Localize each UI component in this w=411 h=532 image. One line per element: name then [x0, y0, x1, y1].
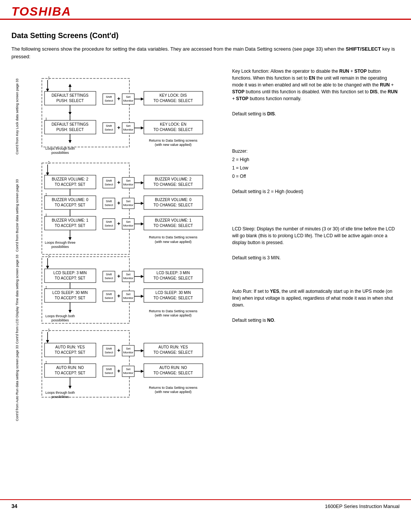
- set-lcd-1[interactable]: Set: [126, 273, 131, 276]
- shift-btn-1[interactable]: Shift: [106, 95, 112, 99]
- monitor-lcd-1[interactable]: Monitor: [123, 276, 134, 280]
- page-footer: 34 1600EP Series Instruction Manual: [0, 499, 411, 512]
- buz-vol-0-1: BUZZER VOLUME: 0: [52, 198, 89, 202]
- select-btn-2[interactable]: Select: [105, 128, 113, 131]
- lcd-r-30-1: LCD SLEEP: 30 MIN: [156, 291, 191, 295]
- select-lcd-1[interactable]: Select: [105, 276, 113, 280]
- shift-lcd-2[interactable]: Shift: [106, 292, 112, 296]
- svg-marker-72: [68, 386, 72, 389]
- flow-diagrams-svg: Cont'd from Key Lock data setting screen…: [11, 68, 213, 479]
- select-lcd-2[interactable]: Select: [105, 296, 113, 300]
- monitor-btn-1[interactable]: Monitor: [123, 99, 134, 102]
- box-default-2: DEFAULT SETTINGS: [52, 122, 89, 126]
- svg-marker-7: [68, 84, 72, 87]
- monitor-buz-1[interactable]: Monitor: [123, 183, 134, 186]
- loops-lcd-b: possibilities: [51, 318, 69, 322]
- side-label-buzzer: Cont'd from Buzzer data setting screen p…: [15, 179, 19, 252]
- monitor-btn-2[interactable]: Monitor: [123, 128, 134, 131]
- select-btn-1[interactable]: Select: [105, 99, 113, 102]
- svg-marker-76: [141, 349, 144, 352]
- lcd-30-2: TO ACCEPT: SET: [55, 296, 85, 300]
- updown-ar-top: ↕: [48, 327, 50, 332]
- shift-buz-1[interactable]: Shift: [106, 179, 112, 182]
- ar-yes-1: AUTO RUN: YES: [55, 345, 85, 349]
- shift-ar-2[interactable]: Shift: [106, 367, 112, 371]
- svg-marker-58: [141, 275, 144, 278]
- manual-title: 1600EP Series Instruction Manual: [325, 503, 400, 509]
- page-number: 34: [11, 503, 18, 509]
- buz-vol-1-1: BUZZER VOLUME: 1: [52, 218, 89, 222]
- plus-ar-1: +: [117, 347, 120, 353]
- right-notes: Key Lock function: Allows the operator t…: [225, 68, 400, 480]
- set-lcd-2[interactable]: Set: [126, 292, 131, 296]
- ar-r-yes-1: AUTO RUN: YES: [158, 345, 188, 349]
- box-default-1-2: PUSH: SELECT: [56, 99, 84, 103]
- side-label-keylock: Cont'd from Key Lock data setting screen…: [15, 78, 19, 154]
- shift-btn-2[interactable]: Shift: [106, 124, 112, 128]
- set-ar-2[interactable]: Set: [126, 367, 131, 371]
- note-lcd-text: LCD Sleep: Displays the number of minute…: [232, 225, 400, 246]
- shift-ar-1[interactable]: Shift: [106, 347, 112, 350]
- note-key-lock-text: Key Lock function: Allows the operator t…: [232, 68, 400, 102]
- shift-lcd-1[interactable]: Shift: [106, 273, 112, 276]
- svg-marker-16: [68, 140, 72, 143]
- svg-marker-63: [141, 295, 144, 298]
- svg-marker-31: [68, 237, 72, 240]
- select-ar-1[interactable]: Select: [105, 351, 113, 354]
- diagram-area: Cont'd from Key Lock data setting screen…: [11, 68, 400, 480]
- svg-marker-81: [141, 370, 144, 373]
- loops-buz: Loops through three: [45, 241, 76, 244]
- monitor-lcd-2[interactable]: Monitor: [123, 296, 134, 300]
- note-buzzer: Buzzer: 2 = High 1 = Low 0 = Off Default…: [232, 148, 400, 195]
- lcd-30-1: LCD SLEEP: 30 MIN: [53, 291, 88, 295]
- monitor-buz-2[interactable]: Monitor: [123, 203, 134, 207]
- buz-vol-r-2-2: TO CHANGE: SELECT: [153, 182, 193, 187]
- ar-r-no-2: TO CHANGE: SELECT: [153, 371, 193, 375]
- buzzer-header: Buzzer:: [232, 148, 400, 155]
- select-ar-2[interactable]: Select: [105, 371, 113, 375]
- svg-marker-40: [141, 202, 144, 205]
- buz-vol-r-0-2: TO CHANGE: SELECT: [153, 203, 193, 207]
- ar-no-1: AUTO RUN: NO: [56, 366, 84, 370]
- monitor-ar-2[interactable]: Monitor: [123, 371, 134, 375]
- key-lock-dis-1: KEY LOCK: DIS: [159, 93, 187, 97]
- monitor-buz-3[interactable]: Monitor: [123, 224, 134, 227]
- svg-marker-35: [141, 181, 144, 184]
- lcd-r-3-1: LCD SLEEP: 3 MIN: [156, 271, 190, 275]
- box-default-2-2: PUSH: SELECT: [56, 128, 84, 132]
- loops-ar-b: possibilities: [51, 395, 69, 399]
- toshiba-logo: TOSHIBA: [11, 5, 71, 19]
- updown-lcd-top: ↕: [48, 253, 50, 259]
- side-label-lcd: Cont'd from LCD Display Time data settin…: [15, 255, 19, 344]
- updown-arrow-1: ↕: [48, 75, 50, 80]
- buz-vol-2-1: BUZZER VOLUME: 2: [52, 177, 89, 181]
- returns-label-4: Returns to Data Setting screens: [149, 386, 198, 390]
- page-content: Data Setting Screens (Cont'd) The follow…: [0, 20, 411, 488]
- select-buz-2[interactable]: Select: [105, 203, 113, 207]
- updown-buz-top: ↕: [48, 159, 50, 165]
- shift-buz-3[interactable]: Shift: [106, 220, 112, 224]
- plus-2: +: [117, 125, 120, 131]
- select-buz-3[interactable]: Select: [105, 224, 113, 227]
- svg-marker-20: [141, 126, 144, 129]
- shift-buz-2[interactable]: Shift: [106, 200, 112, 203]
- monitor-ar-1[interactable]: Monitor: [123, 351, 134, 354]
- set-btn-1[interactable]: Set: [126, 95, 131, 99]
- buz-vol-0-2: TO ACCEPT: SET: [55, 203, 85, 207]
- note-buzzer-default: Default setting is 2 = High (loudest): [232, 188, 400, 195]
- set-buz-3[interactable]: Set: [126, 220, 131, 224]
- select-buz-1[interactable]: Select: [105, 183, 113, 186]
- svg-marker-11: [141, 97, 144, 101]
- plus-1: +: [117, 96, 120, 102]
- buz-vol-r-0-1: BUZZER VOLUME: 0: [155, 198, 192, 202]
- buz-vol-r-1-1: BUZZER VOLUME: 1: [155, 218, 192, 222]
- set-ar-1[interactable]: Set: [126, 347, 131, 350]
- set-btn-2[interactable]: Set: [126, 124, 131, 128]
- set-buz-1[interactable]: Set: [126, 179, 131, 182]
- buzzer-0: 0 = Off: [232, 173, 400, 180]
- set-buz-2[interactable]: Set: [126, 200, 131, 203]
- returns-label-2b: (with new value applied): [155, 240, 192, 244]
- plus-buz-1: +: [117, 179, 120, 185]
- note-lcd-sleep: LCD Sleep: Displays the number of minute…: [232, 225, 400, 261]
- returns-label-4b: (with new value applied): [155, 390, 192, 394]
